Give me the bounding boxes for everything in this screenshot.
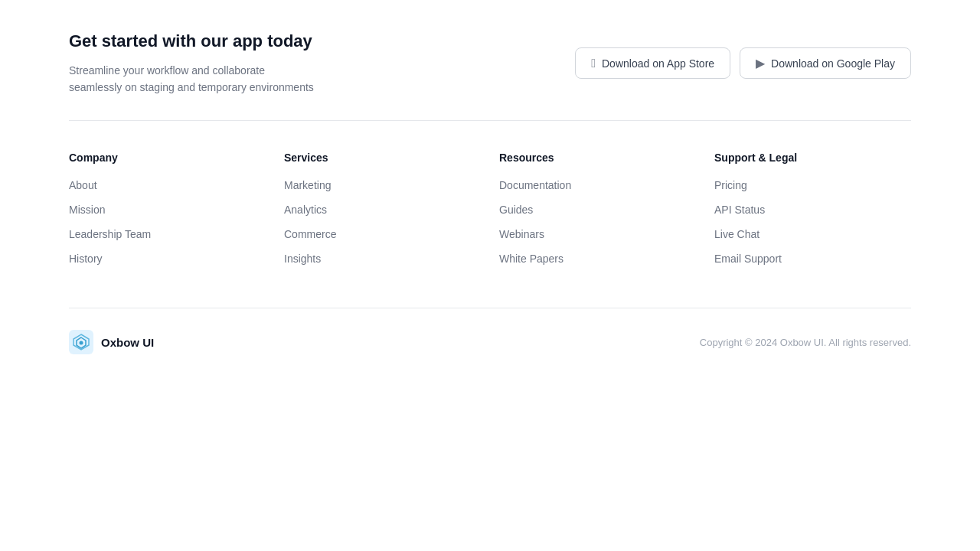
nav-link-email-support[interactable]: Email Support bbox=[714, 253, 911, 265]
nav-link-pricing[interactable]: Pricing bbox=[714, 179, 911, 191]
app-title: Get started with our app today bbox=[69, 31, 314, 53]
googleplay-label: Download on Google Play bbox=[771, 57, 895, 70]
nav-link-leadership-team[interactable]: Leadership Team bbox=[69, 228, 266, 240]
footer: Get started with our app today Streamlin… bbox=[69, 0, 911, 385]
nav-column-company: CompanyAboutMissionLeadership TeamHistor… bbox=[69, 152, 266, 277]
nav-column-heading-3: Support & Legal bbox=[714, 152, 911, 164]
logo-icon bbox=[69, 330, 93, 354]
nav-link-history[interactable]: History bbox=[69, 253, 266, 265]
nav-link-insights[interactable]: Insights bbox=[284, 253, 481, 265]
nav-link-marketing[interactable]: Marketing bbox=[284, 179, 481, 191]
nav-link-analytics[interactable]: Analytics bbox=[284, 204, 481, 216]
nav-column-services: ServicesMarketingAnalyticsCommerceInsigh… bbox=[284, 152, 481, 277]
play-icon: ▶ bbox=[756, 56, 765, 70]
nav-link-white-papers[interactable]: White Papers bbox=[499, 253, 696, 265]
nav-column-resources: ResourcesDocumentationGuidesWebinarsWhit… bbox=[499, 152, 696, 277]
app-headline: Get started with our app today Streamlin… bbox=[69, 31, 314, 96]
nav-link-api-status[interactable]: API Status bbox=[714, 204, 911, 216]
nav-link-commerce[interactable]: Commerce bbox=[284, 228, 481, 240]
nav-column-heading-0: Company bbox=[69, 152, 266, 164]
top-section: Get started with our app today Streamlin… bbox=[69, 31, 911, 121]
nav-column-heading-2: Resources bbox=[499, 152, 696, 164]
googleplay-button[interactable]: ▶ Download on Google Play bbox=[740, 47, 911, 79]
logo-area: Oxbow UI bbox=[69, 330, 154, 354]
app-subtitle: Streamline your workflow and collaborate… bbox=[69, 62, 314, 96]
appstore-button[interactable]:  Download on App Store bbox=[575, 47, 730, 79]
nav-section: CompanyAboutMissionLeadership TeamHistor… bbox=[69, 121, 911, 308]
nav-link-about[interactable]: About bbox=[69, 179, 266, 191]
nav-link-guides[interactable]: Guides bbox=[499, 204, 696, 216]
appstore-label: Download on App Store bbox=[602, 57, 714, 70]
download-buttons:  Download on App Store ▶ Download on Go… bbox=[575, 47, 911, 79]
nav-link-live-chat[interactable]: Live Chat bbox=[714, 228, 911, 240]
copyright: Copyright © 2024 Oxbow UI. All rights re… bbox=[700, 337, 911, 348]
nav-link-mission[interactable]: Mission bbox=[69, 204, 266, 216]
nav-link-webinars[interactable]: Webinars bbox=[499, 228, 696, 240]
nav-link-documentation[interactable]: Documentation bbox=[499, 179, 696, 191]
svg-point-3 bbox=[80, 341, 83, 345]
bottom-section: Oxbow UI Copyright © 2024 Oxbow UI. All … bbox=[69, 308, 911, 385]
logo-name: Oxbow UI bbox=[101, 336, 154, 349]
apple-icon:  bbox=[591, 57, 596, 70]
nav-column-support-&-legal: Support & LegalPricingAPI StatusLive Cha… bbox=[714, 152, 911, 277]
nav-column-heading-1: Services bbox=[284, 152, 481, 164]
